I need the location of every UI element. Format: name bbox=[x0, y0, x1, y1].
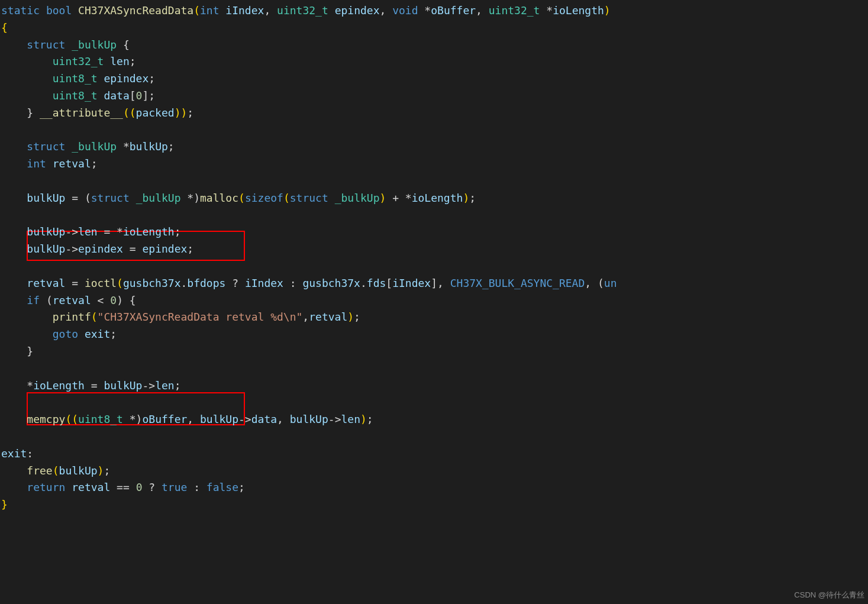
code-token: ) bbox=[360, 413, 367, 425]
code-token: , bbox=[264, 4, 277, 17]
code-token: static bbox=[1, 4, 40, 17]
code-token bbox=[1, 277, 27, 289]
code-token: bulkUp bbox=[27, 243, 65, 255]
code-token bbox=[65, 140, 72, 153]
code-token bbox=[130, 192, 136, 204]
code-token: ], bbox=[431, 277, 450, 289]
code-token: -> bbox=[328, 413, 341, 425]
code-token: packed bbox=[136, 106, 175, 119]
code-token: exit bbox=[1, 447, 27, 460]
code-token: epindex bbox=[78, 243, 123, 255]
code-token: sizeof bbox=[245, 192, 283, 204]
code-token: = ( bbox=[65, 192, 91, 204]
code-token bbox=[1, 243, 27, 255]
code-token: ( bbox=[283, 192, 290, 204]
code-token: ]; bbox=[142, 89, 155, 102]
code-token: ioLength bbox=[33, 379, 85, 392]
code-token: bulkUp bbox=[130, 140, 168, 153]
code-token: * bbox=[1, 379, 33, 392]
code-token: . bbox=[360, 277, 367, 289]
code-token: retval bbox=[53, 294, 91, 306]
code-token: ) bbox=[463, 192, 469, 204]
code-token: -> bbox=[238, 413, 251, 425]
code-token: bulkUp bbox=[290, 413, 328, 425]
code-token: ( bbox=[91, 311, 98, 323]
code-token: ; bbox=[175, 379, 181, 392]
code-token: bulkUp bbox=[104, 379, 142, 392]
code-token bbox=[1, 140, 27, 153]
code-token: = bbox=[85, 379, 104, 392]
code-token: struct bbox=[27, 140, 65, 153]
code-token: uint8_t bbox=[78, 413, 123, 425]
code-token bbox=[104, 55, 110, 67]
code-token: bulkUp bbox=[27, 192, 65, 204]
code-token: -> bbox=[65, 243, 78, 255]
code-token: exit bbox=[85, 328, 110, 340]
code-token: _bulkUp bbox=[136, 192, 181, 204]
code-token: , ( bbox=[585, 277, 604, 289]
code-token: CH37XASyncReadData bbox=[78, 4, 193, 17]
code-token: * bbox=[418, 4, 431, 17]
code-token: retval bbox=[72, 481, 110, 493]
code-token: ; bbox=[91, 157, 98, 170]
code-token: ( bbox=[117, 277, 123, 289]
code-token: oBuffer bbox=[142, 413, 187, 425]
code-token: iIndex bbox=[225, 4, 264, 17]
code-token: -> bbox=[142, 379, 155, 392]
code-token: len bbox=[78, 225, 98, 238]
code-token bbox=[1, 328, 53, 340]
code-token bbox=[1, 157, 27, 170]
code-token: ioLength bbox=[553, 4, 604, 17]
code-token: iIndex bbox=[392, 277, 431, 289]
code-token: uint8_t bbox=[53, 89, 98, 102]
code-token: ( bbox=[40, 294, 53, 306]
code-token: (( bbox=[123, 106, 136, 119]
code-token: ; bbox=[187, 243, 193, 255]
code-token: free bbox=[27, 464, 52, 477]
code-token bbox=[328, 4, 335, 17]
code-token: gusbch37x bbox=[302, 277, 360, 289]
code-token: len bbox=[155, 379, 175, 392]
code-token bbox=[65, 481, 72, 493]
code-token: return bbox=[27, 481, 65, 493]
code-token: oBuffer bbox=[431, 4, 476, 17]
code-token: ? bbox=[142, 481, 162, 493]
code-token: ; bbox=[175, 225, 181, 238]
code-token bbox=[65, 38, 72, 51]
code-token: bulkUp bbox=[27, 225, 65, 238]
code-token: uint32_t bbox=[53, 55, 104, 67]
code-token: , bbox=[476, 4, 489, 17]
code-token: ; bbox=[238, 481, 245, 493]
code-token: : bbox=[283, 277, 303, 289]
code-token: ) bbox=[379, 192, 386, 204]
code-token: ioLength bbox=[412, 192, 463, 204]
code-token: len bbox=[341, 413, 360, 425]
code-token: iIndex bbox=[245, 277, 283, 289]
code-token: uint32_t bbox=[489, 4, 540, 17]
code-token: int bbox=[27, 157, 46, 170]
code-token: , bbox=[379, 4, 392, 17]
code-token: epindex bbox=[104, 72, 149, 85]
code-token: * bbox=[540, 4, 553, 17]
code-token: ; bbox=[149, 72, 155, 85]
code-token bbox=[46, 157, 53, 170]
code-token: ; bbox=[469, 192, 476, 204]
code-token: , bbox=[187, 413, 200, 425]
code-token: ) { bbox=[117, 294, 136, 306]
code-token: struct bbox=[91, 192, 130, 204]
code-token: ; bbox=[104, 464, 110, 477]
code-token: ? bbox=[225, 277, 245, 289]
code-token: printf bbox=[53, 311, 91, 323]
code-token: CH37X_BULK_ASYNC_READ bbox=[450, 277, 585, 289]
code-token bbox=[1, 413, 27, 425]
code-token bbox=[220, 4, 226, 17]
code-token: data bbox=[104, 89, 129, 102]
code-token: bool bbox=[46, 4, 72, 17]
code-token: _bulkUp bbox=[72, 140, 117, 153]
code-token: )) bbox=[175, 106, 188, 119]
code-token: } bbox=[1, 106, 40, 119]
code-token: bulkUp bbox=[200, 413, 238, 425]
code-token: { bbox=[117, 38, 130, 51]
code-token: len bbox=[110, 55, 130, 67]
code-token: ( bbox=[53, 464, 59, 477]
